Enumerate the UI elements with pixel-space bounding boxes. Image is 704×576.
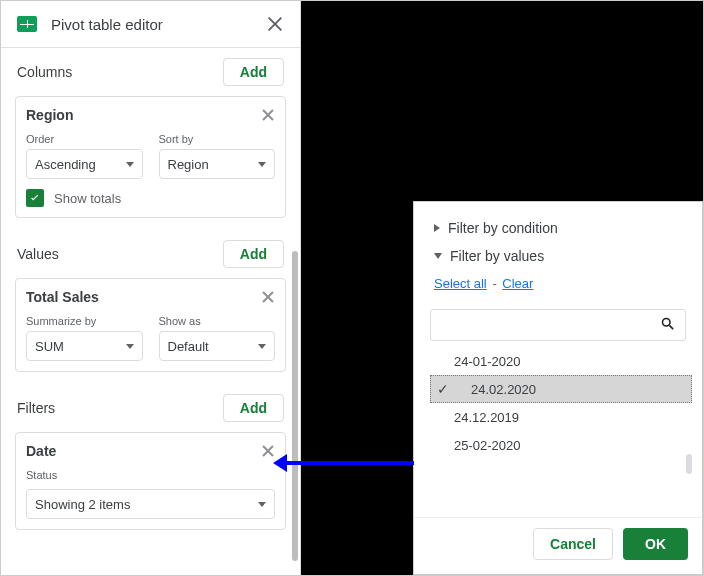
annotation-arrow <box>282 461 414 465</box>
add-column-button[interactable]: Add <box>223 58 284 86</box>
popup-footer: Cancel OK <box>414 517 702 574</box>
filter-value-item[interactable]: 24.12.2019 <box>414 403 702 431</box>
svg-line-1 <box>669 325 673 329</box>
remove-value-icon[interactable] <box>261 290 275 304</box>
filter-by-values-label: Filter by values <box>450 248 544 264</box>
order-select[interactable]: Ascending <box>26 149 143 179</box>
section-columns-header: Columns Add <box>1 48 300 92</box>
select-all-link[interactable]: Select all <box>434 276 487 291</box>
chevron-down-icon <box>126 344 134 349</box>
show-totals-checkbox[interactable] <box>26 189 44 207</box>
pivot-editor-panel: Pivot table editor Columns Add Region Or… <box>1 1 301 576</box>
showas-value: Default <box>168 339 209 354</box>
ok-button[interactable]: OK <box>623 528 688 560</box>
filter-by-condition-label: Filter by condition <box>448 220 558 236</box>
filter-status-select[interactable]: Showing 2 items <box>26 489 275 519</box>
columns-card: Region Order Ascending Sort by Region <box>15 96 286 218</box>
svg-point-0 <box>663 319 671 327</box>
columns-label: Columns <box>17 64 72 80</box>
cancel-button[interactable]: Cancel <box>533 528 613 560</box>
showas-select[interactable]: Default <box>159 331 276 361</box>
check-icon: ✓ <box>437 381 449 397</box>
chevron-down-icon <box>126 162 134 167</box>
filter-by-values-row[interactable]: Filter by values <box>414 242 702 270</box>
sortby-value: Region <box>168 157 209 172</box>
summarize-select[interactable]: SUM <box>26 331 143 361</box>
values-label: Values <box>17 246 59 262</box>
section-values-header: Values Add <box>1 230 300 274</box>
filter-value-item[interactable]: ✓ 24.02.2020 <box>430 375 692 403</box>
values-card: Total Sales Summarize by SUM Show as Def… <box>15 278 286 372</box>
filters-card: Date Status Showing 2 items <box>15 432 286 530</box>
add-filter-button[interactable]: Add <box>223 394 284 422</box>
list-scrollbar[interactable] <box>686 454 692 474</box>
order-label: Order <box>26 129 143 149</box>
status-value: Showing 2 items <box>35 497 130 512</box>
sortby-select[interactable]: Region <box>159 149 276 179</box>
editor-title: Pivot table editor <box>51 16 266 33</box>
remove-column-icon[interactable] <box>261 108 275 122</box>
filter-value-item[interactable]: 25-02-2020 <box>414 431 702 459</box>
separator: - <box>490 276 498 291</box>
add-value-button[interactable]: Add <box>223 240 284 268</box>
section-filters-header: Filters Add <box>1 384 300 428</box>
search-icon <box>660 316 675 334</box>
status-label: Status <box>26 465 275 485</box>
close-editor-icon[interactable] <box>266 15 284 33</box>
summarize-value: SUM <box>35 339 64 354</box>
editor-header: Pivot table editor <box>1 1 300 48</box>
filter-by-condition-row[interactable]: Filter by condition <box>414 214 702 242</box>
order-value: Ascending <box>35 157 96 172</box>
showas-label: Show as <box>159 311 276 331</box>
values-card-title: Total Sales <box>26 289 99 305</box>
collapse-icon <box>434 224 440 232</box>
sheets-icon <box>17 16 37 32</box>
filters-card-title: Date <box>26 443 56 459</box>
show-totals-label: Show totals <box>54 191 121 206</box>
scrollbar[interactable] <box>292 251 298 561</box>
expand-icon <box>434 253 442 259</box>
chevron-down-icon <box>258 502 266 507</box>
annotation-arrow-head <box>273 454 287 472</box>
filter-value-item[interactable]: 24-01-2020 <box>414 347 702 375</box>
clear-link[interactable]: Clear <box>502 276 533 291</box>
filters-label: Filters <box>17 400 55 416</box>
chevron-down-icon <box>258 344 266 349</box>
filter-values-list: 24-01-2020 ✓ 24.02.2020 24.12.2019 25-02… <box>414 347 702 459</box>
columns-card-title: Region <box>26 107 73 123</box>
filter-values-popup: Filter by condition Filter by values Sel… <box>413 201 703 575</box>
chevron-down-icon <box>258 162 266 167</box>
sortby-label: Sort by <box>159 129 276 149</box>
filter-search-input[interactable] <box>430 309 686 341</box>
summarize-label: Summarize by <box>26 311 143 331</box>
select-clear-row: Select all - Clear <box>414 270 702 297</box>
